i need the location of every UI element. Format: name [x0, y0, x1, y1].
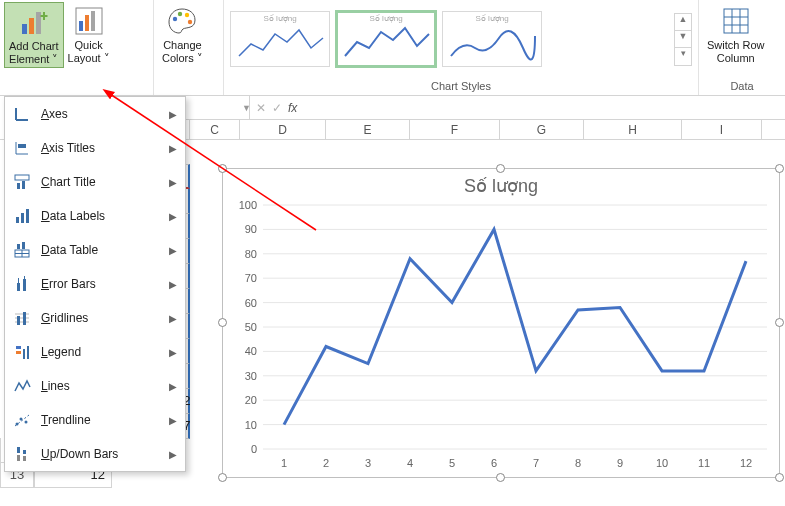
menu-icon — [13, 445, 31, 463]
chart-styles-gallery[interactable]: Số lượng Số lượng Số lượng ▲ ▼ ▾ — [224, 0, 698, 78]
change-colors-button[interactable]: Change Colors ˅ — [158, 2, 207, 66]
svg-text:3: 3 — [365, 457, 371, 469]
menu-icon — [13, 275, 31, 293]
gallery-more-icon[interactable]: ▾ — [675, 48, 691, 65]
formula-input[interactable] — [309, 101, 779, 115]
chart-plot[interactable]: 0102030405060708090100123456789101112 — [223, 199, 781, 475]
chart-style-3[interactable]: Số lượng — [442, 11, 542, 67]
menu-icon — [13, 309, 31, 327]
resize-handle[interactable] — [496, 164, 505, 173]
resize-handle[interactable] — [775, 164, 784, 173]
svg-rect-34 — [17, 283, 20, 291]
submenu-arrow-icon: ▶ — [169, 449, 177, 460]
svg-rect-35 — [23, 279, 26, 291]
svg-text:90: 90 — [245, 223, 257, 235]
svg-rect-6 — [79, 21, 83, 31]
svg-rect-28 — [26, 209, 29, 223]
menu-label: Axis Titles — [41, 141, 159, 155]
change-colors-label: Change Colors ˅ — [162, 39, 203, 64]
column-header[interactable]: I — [682, 120, 762, 139]
column-header[interactable]: F — [410, 120, 500, 139]
svg-text:80: 80 — [245, 248, 257, 260]
switch-row-column-label: Switch Row Column — [707, 39, 764, 64]
menu-label: Chart Title — [41, 175, 159, 189]
menu-item-lines[interactable]: Lines▶ — [5, 369, 185, 403]
chart-style-2[interactable]: Số lượng — [336, 11, 436, 67]
menu-item-axes[interactable]: Axes▶ — [5, 97, 185, 131]
menu-icon — [13, 105, 31, 123]
resize-handle[interactable] — [496, 473, 505, 482]
column-header[interactable]: G — [500, 120, 584, 139]
svg-text:50: 50 — [245, 321, 257, 333]
menu-label: Up/Down Bars — [41, 447, 159, 461]
svg-rect-45 — [23, 349, 25, 359]
menu-icon — [13, 139, 31, 157]
chart-object[interactable]: Số lượng 0102030405060708090100123456789… — [222, 168, 780, 478]
cancel-icon[interactable]: ✕ — [256, 101, 266, 115]
svg-rect-26 — [16, 217, 19, 223]
svg-rect-24 — [17, 183, 20, 189]
svg-point-49 — [25, 421, 28, 424]
svg-text:7: 7 — [533, 457, 539, 469]
column-header[interactable]: D — [240, 120, 326, 139]
svg-text:40: 40 — [245, 345, 257, 357]
menu-item-trendline[interactable]: Trendline▶ — [5, 403, 185, 437]
menu-item-error-bars[interactable]: Error Bars▶ — [5, 267, 185, 301]
svg-text:2: 2 — [323, 457, 329, 469]
fx-icon[interactable]: fx — [288, 101, 297, 115]
menu-item-up-down-bars[interactable]: Up/Down Bars▶ — [5, 437, 185, 471]
svg-text:0: 0 — [251, 443, 257, 455]
resize-handle[interactable] — [218, 164, 227, 173]
submenu-arrow-icon: ▶ — [169, 245, 177, 256]
enter-icon[interactable]: ✓ — [272, 101, 282, 115]
menu-label: Data Labels — [41, 209, 159, 223]
menu-label: Lines — [41, 379, 159, 393]
menu-icon — [13, 207, 31, 225]
gallery-up-icon[interactable]: ▲ — [675, 14, 691, 31]
submenu-arrow-icon: ▶ — [169, 279, 177, 290]
svg-point-12 — [188, 20, 192, 24]
menu-item-chart-title[interactable]: Chart Title▶ — [5, 165, 185, 199]
switch-row-column-icon — [720, 5, 752, 37]
name-box-input[interactable] — [192, 101, 242, 115]
gallery-down-icon[interactable]: ▼ — [675, 31, 691, 48]
menu-item-legend[interactable]: Legend▶ — [5, 335, 185, 369]
resize-handle[interactable] — [775, 318, 784, 327]
chart-title[interactable]: Số lượng — [223, 169, 779, 199]
submenu-arrow-icon: ▶ — [169, 143, 177, 154]
svg-rect-33 — [22, 242, 25, 249]
svg-rect-54 — [23, 456, 26, 461]
svg-text:10: 10 — [656, 457, 668, 469]
submenu-arrow-icon: ▶ — [169, 177, 177, 188]
svg-text:9: 9 — [617, 457, 623, 469]
svg-text:30: 30 — [245, 370, 257, 382]
svg-rect-52 — [17, 455, 20, 461]
menu-item-axis-titles[interactable]: Axis Titles▶ — [5, 131, 185, 165]
menu-label: Axes — [41, 107, 159, 121]
ribbon: Add Chart Element ˅ Quick Layout ˅ Chang… — [0, 0, 785, 96]
switch-row-column-button[interactable]: Switch Row Column — [703, 2, 768, 66]
column-header[interactable]: C — [190, 120, 240, 139]
resize-handle[interactable] — [218, 473, 227, 482]
svg-rect-7 — [85, 15, 89, 31]
resize-handle[interactable] — [775, 473, 784, 482]
quick-layout-icon — [73, 5, 105, 37]
svg-text:5: 5 — [449, 457, 455, 469]
menu-icon — [13, 377, 31, 395]
menu-item-data-table[interactable]: Data Table▶ — [5, 233, 185, 267]
submenu-arrow-icon: ▶ — [169, 347, 177, 358]
svg-rect-25 — [22, 181, 25, 189]
menu-item-gridlines[interactable]: Gridlines▶ — [5, 301, 185, 335]
svg-rect-43 — [16, 346, 21, 349]
svg-text:10: 10 — [245, 419, 257, 431]
column-header[interactable]: H — [584, 120, 682, 139]
submenu-arrow-icon: ▶ — [169, 211, 177, 222]
quick-layout-button[interactable]: Quick Layout ˅ — [64, 2, 114, 66]
menu-icon — [13, 411, 31, 429]
menu-item-data-labels[interactable]: Data Labels▶ — [5, 199, 185, 233]
resize-handle[interactable] — [218, 318, 227, 327]
name-box[interactable]: ▼ — [186, 96, 250, 119]
chart-style-1[interactable]: Số lượng — [230, 11, 330, 67]
add-chart-element-button[interactable]: Add Chart Element ˅ — [4, 2, 64, 68]
column-header[interactable]: E — [326, 120, 410, 139]
